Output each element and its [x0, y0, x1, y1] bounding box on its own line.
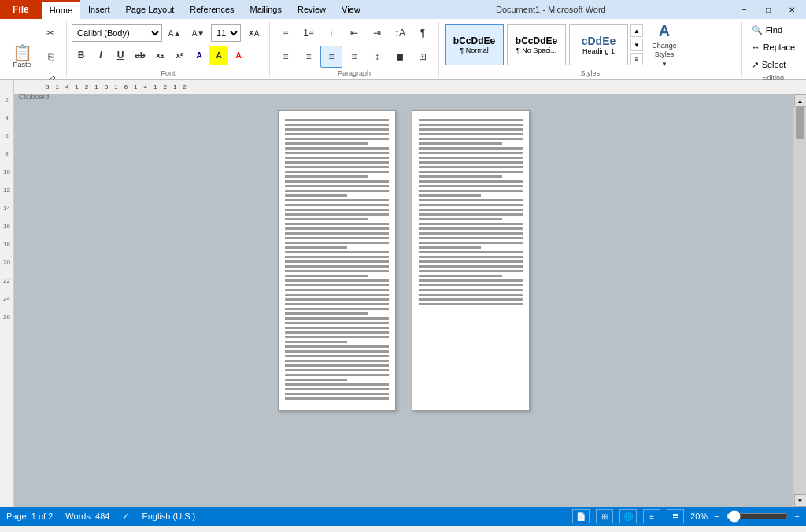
- pages-container: [278, 110, 530, 427]
- paste-button[interactable]: 📋 Paste: [6, 42, 38, 71]
- tab-mailings[interactable]: Mailings: [242, 0, 290, 19]
- zoom-slider[interactable]: [726, 510, 789, 523]
- subscript-button[interactable]: x₂: [150, 46, 169, 65]
- font-size-select[interactable]: 11: [211, 24, 241, 42]
- align-right-button[interactable]: ≡: [320, 46, 342, 68]
- document-area[interactable]: [14, 94, 793, 507]
- styles-scroll-up[interactable]: ▲: [630, 24, 643, 37]
- words-status[interactable]: Words: 484: [65, 512, 109, 521]
- window-title: Document1 - Microsoft Word: [368, 0, 734, 19]
- print-layout-view-button[interactable]: 📄: [572, 509, 590, 523]
- outline-view-button[interactable]: ≡: [643, 509, 660, 523]
- status-right: 📄 ⊞ 🌐 ≡ ≣ 20% − +: [572, 509, 800, 523]
- vruler-8: 8: [5, 150, 8, 157]
- scroll-down-button[interactable]: ▼: [794, 494, 807, 507]
- superscript-button[interactable]: x²: [170, 46, 189, 65]
- style-normal[interactable]: bCcDdEe ¶ Normal: [445, 24, 504, 65]
- ruler-corner: [0, 80, 14, 94]
- clipboard-group: 📋 Paste ✂ ⎘ 🖌 Clipboard: [2, 22, 67, 77]
- vruler-18: 18: [3, 241, 10, 248]
- vruler-2: 2: [5, 96, 8, 103]
- highlight-button[interactable]: A: [209, 46, 228, 65]
- style-heading1[interactable]: cDdEe Heading 1: [569, 24, 628, 65]
- minimize-button[interactable]: −: [734, 2, 756, 17]
- editing-group: 🔍 Find ↔ Replace ↗ Select Editing: [742, 22, 804, 77]
- vruler-20: 20: [3, 259, 10, 266]
- spell-check-button[interactable]: ✓: [122, 512, 129, 522]
- tab-bar: File Home Insert Page Layout References …: [0, 0, 806, 19]
- vruler-6: 6: [5, 132, 8, 139]
- change-styles-button[interactable]: A ChangeStyles ▼: [645, 24, 684, 65]
- paragraph-controls: ≡ 1≡ ⫶ ⇤ ⇥ ↕A ¶ ≡ ≡ ≡ ≡ ↕ ◼ ⊞: [275, 22, 434, 68]
- maximize-button[interactable]: □: [757, 2, 779, 17]
- tab-home[interactable]: Home: [42, 0, 80, 19]
- close-button[interactable]: ✕: [781, 2, 803, 17]
- style-heading1-preview: cDdEe: [582, 35, 616, 47]
- tab-review[interactable]: Review: [290, 0, 334, 19]
- scroll-up-button[interactable]: ▲: [794, 94, 807, 107]
- decrease-font-button[interactable]: A▼: [187, 22, 209, 44]
- zoom-out-button[interactable]: −: [714, 512, 719, 521]
- align-center-button[interactable]: ≡: [298, 46, 320, 68]
- select-button[interactable]: ↗ Select: [747, 57, 791, 72]
- style-no-spacing[interactable]: bCcDdEe ¶ No Spaci...: [507, 24, 566, 65]
- tab-insert[interactable]: Insert: [80, 0, 118, 19]
- tab-references[interactable]: References: [182, 0, 242, 19]
- change-styles-label: ChangeStyles: [652, 42, 677, 59]
- page-2: [412, 110, 530, 411]
- replace-button[interactable]: ↔ Replace: [747, 39, 800, 55]
- styles-group: bCcDdEe ¶ Normal bCcDdEe ¶ No Spaci... c…: [439, 22, 742, 77]
- strikethrough-button[interactable]: ab: [131, 46, 150, 65]
- sort-button[interactable]: ↕A: [389, 22, 411, 44]
- zoom-level: 20%: [690, 512, 708, 521]
- find-button[interactable]: 🔍 Find: [747, 22, 787, 38]
- bold-button[interactable]: B: [72, 46, 91, 65]
- scrollbar-vertical[interactable]: ▲ ▼: [793, 94, 806, 507]
- language-status[interactable]: English (U.S.): [142, 512, 195, 521]
- decrease-indent-button[interactable]: ⇤: [343, 22, 365, 44]
- window-controls: − □ ✕: [734, 0, 806, 19]
- full-screen-view-button[interactable]: ⊞: [596, 509, 613, 523]
- zoom-in-button[interactable]: +: [795, 512, 800, 521]
- style-normal-name: ¶ Normal: [460, 46, 488, 54]
- styles-scroll-more[interactable]: ≡: [630, 53, 643, 65]
- web-layout-view-button[interactable]: 🌐: [619, 509, 637, 523]
- styles-scroll-down[interactable]: ▼: [630, 39, 643, 51]
- scroll-thumb[interactable]: [796, 107, 804, 139]
- words-status-text: Words: 484: [65, 512, 109, 521]
- italic-button[interactable]: I: [91, 46, 110, 65]
- show-paragraph-button[interactable]: ¶: [412, 22, 434, 44]
- copy-button[interactable]: ⎘: [39, 46, 61, 68]
- cut-button[interactable]: ✂: [39, 22, 61, 44]
- ruler-right-space: [793, 80, 806, 94]
- scroll-track[interactable]: [794, 107, 806, 494]
- increase-font-button[interactable]: A▲: [164, 22, 186, 44]
- tab-file[interactable]: File: [0, 0, 42, 19]
- justify-button[interactable]: ≡: [343, 46, 365, 68]
- text-effects-button[interactable]: A: [190, 46, 209, 65]
- tab-page-layout[interactable]: Page Layout: [118, 0, 183, 19]
- multilevel-button[interactable]: ⫶: [320, 22, 342, 44]
- page-status[interactable]: Page: 1 of 2: [6, 512, 53, 521]
- style-no-spacing-name: ¶ No Spaci...: [516, 46, 556, 54]
- font-name-select[interactable]: Calibri (Body): [72, 24, 162, 42]
- borders-button[interactable]: ⊞: [412, 46, 434, 68]
- numbering-button[interactable]: 1≡: [298, 22, 320, 44]
- ruler-num: 4: [65, 83, 68, 91]
- ruler-row: 8 1 4 1 2 1 8 1 6 1 4 1 2 1 2: [0, 80, 806, 94]
- underline-button[interactable]: U: [111, 46, 130, 65]
- change-styles-icon: A: [659, 22, 670, 40]
- clear-formatting-button[interactable]: ✗A: [242, 22, 264, 44]
- ruler-num: 2: [183, 83, 186, 91]
- find-label: Find: [766, 25, 782, 35]
- draft-view-button[interactable]: ≣: [667, 509, 684, 523]
- paragraph-group: ≡ 1≡ ⫶ ⇤ ⇥ ↕A ¶ ≡ ≡ ≡ ≡ ↕ ◼ ⊞: [270, 22, 439, 77]
- shading-button[interactable]: ◼: [389, 46, 411, 68]
- increase-indent-button[interactable]: ⇥: [366, 22, 388, 44]
- font-color-button[interactable]: A: [229, 46, 248, 65]
- bullets-button[interactable]: ≡: [275, 22, 297, 44]
- line-spacing-button[interactable]: ↕: [366, 46, 388, 68]
- align-left-button[interactable]: ≡: [275, 46, 297, 68]
- tab-view[interactable]: View: [334, 0, 368, 19]
- ruler-num: 1: [153, 83, 157, 91]
